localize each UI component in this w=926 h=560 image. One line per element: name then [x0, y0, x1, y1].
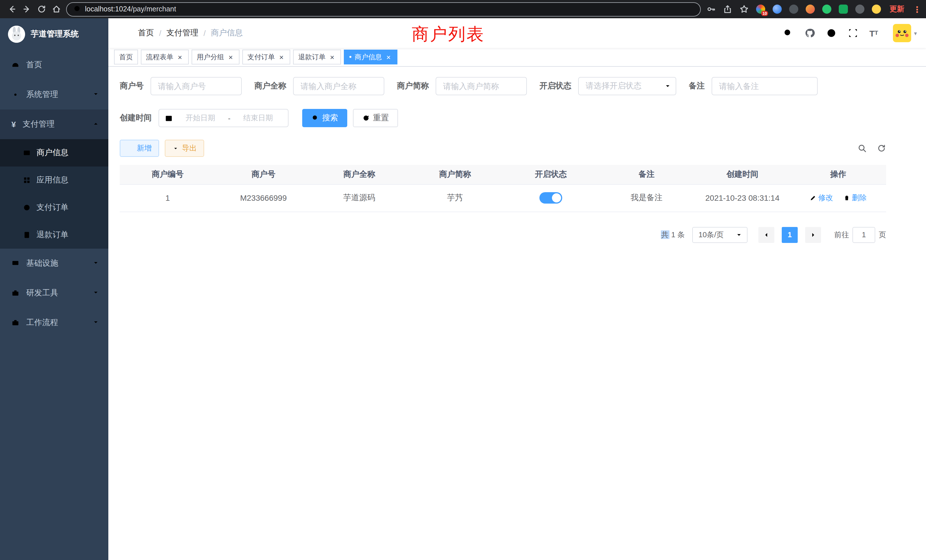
status-select[interactable]: 请选择开启状态 [578, 77, 676, 95]
tab-process-form[interactable]: 流程表单 × [141, 50, 189, 64]
date-end-placeholder: 结束日期 [234, 113, 282, 123]
remark-input[interactable] [712, 77, 818, 95]
next-page-button[interactable] [805, 227, 821, 243]
breadcrumb-home[interactable]: 首页 [138, 28, 154, 38]
sidebar-item-pay-orders[interactable]: 支付订单 [0, 194, 108, 221]
sidebar-item-system[interactable]: 系统管理 [0, 80, 108, 109]
chrome-update-button[interactable]: 更新 [890, 4, 904, 14]
reset-button[interactable]: 重置 [353, 109, 398, 127]
remark-label: 备注 [689, 81, 705, 91]
tab-refund-orders[interactable]: 退款订单 × [293, 50, 341, 64]
edit-link[interactable]: 修改 [809, 193, 833, 203]
breadcrumb: 首页 / 支付管理 / 商户信息 [138, 28, 243, 38]
full-name-input[interactable] [293, 77, 384, 95]
back-icon[interactable] [5, 2, 20, 17]
cell-create-time: 2021-10-23 08:31:14 [694, 184, 790, 212]
caret-down-icon: ▾ [914, 30, 917, 36]
extension-icon-blue[interactable] [773, 5, 782, 14]
merchant-no-input[interactable] [151, 77, 242, 95]
extension-icon-green-square[interactable] [839, 5, 848, 14]
close-icon[interactable]: × [227, 53, 235, 61]
home-icon[interactable] [49, 2, 64, 17]
export-button[interactable]: 导出 [165, 140, 204, 157]
bookmark-star-icon[interactable] [740, 5, 749, 14]
tab-home[interactable]: 首页 [114, 50, 138, 64]
goto-label: 前往 [834, 230, 849, 240]
help-icon[interactable] [826, 28, 836, 38]
short-name-input[interactable] [436, 77, 527, 95]
status-switch[interactable] [539, 192, 562, 204]
create-time-range-picker[interactable]: 开始日期 - 结束日期 [159, 109, 289, 127]
toggle-search-icon[interactable] [858, 144, 867, 153]
sidebar-item-payment[interactable]: ¥ 支付管理 [0, 109, 108, 139]
prev-page-button[interactable] [758, 227, 774, 243]
sidebar-item-workflow[interactable]: 工作流程 [0, 308, 108, 338]
search-icon[interactable] [782, 28, 793, 38]
page-unit-label: 页 [879, 230, 886, 240]
sidebar-item-merchant-info[interactable]: 商户信息 [0, 139, 108, 166]
calendar-icon [165, 114, 173, 122]
cell-short-name: 芋艿 [407, 184, 503, 212]
pagination: 共 1 条 10条/页 1 前 [120, 227, 886, 243]
dashboard-icon [11, 61, 20, 69]
app-logo[interactable]: 芋道管理系统 [0, 18, 108, 50]
extension-icon-green-circle[interactable] [822, 5, 831, 14]
close-icon[interactable]: × [176, 53, 184, 61]
extension-icon-gray[interactable] [855, 5, 864, 14]
hamburger-icon[interactable] [118, 28, 128, 38]
chevron-down-icon [92, 289, 99, 298]
sidebar-item-app-info[interactable]: 应用信息 [0, 166, 108, 194]
status-label: 开启状态 [539, 81, 571, 91]
cell-merchant-no: M233666999 [216, 184, 311, 212]
address-bar[interactable]: localhost:1024/pay/merchant [66, 2, 701, 16]
browser-toolbar: localhost:1024/pay/merchant 10 更新 [0, 0, 926, 18]
page-number-button[interactable]: 1 [782, 227, 798, 243]
refresh-icon[interactable] [877, 144, 886, 153]
share-icon[interactable] [723, 5, 732, 14]
close-icon[interactable]: × [278, 53, 285, 61]
cell-remark: 我是备注 [599, 184, 694, 212]
forward-icon[interactable] [20, 2, 34, 17]
table-header-row: 商户编号 商户号 商户全称 商户简称 开启状态 备注 创建时间 操作 [120, 165, 886, 184]
sidebar-item-infrastructure[interactable]: 基础设施 [0, 249, 108, 278]
chevron-down-icon [92, 318, 99, 327]
user-menu[interactable]: ▾ [893, 24, 917, 42]
extension-icon-colorful[interactable]: 10 [756, 5, 765, 14]
target-icon [23, 204, 31, 212]
password-key-icon[interactable] [707, 5, 716, 14]
site-info-icon[interactable] [74, 5, 80, 14]
tab-user-group[interactable]: 用户分组 × [192, 50, 239, 64]
page-size-select[interactable]: 10条/页 [692, 227, 747, 243]
close-icon[interactable]: × [328, 53, 336, 61]
card-icon [23, 149, 31, 157]
sidebar-item-refund-orders[interactable]: 退款订单 [0, 221, 108, 249]
extension-icon-emoji[interactable] [872, 5, 881, 14]
search-button[interactable]: 搜索 [302, 109, 347, 127]
extension-icon-dark[interactable] [789, 5, 798, 14]
chevron-down-icon [92, 90, 99, 99]
create-time-label: 创建时间 [120, 113, 152, 123]
reload-icon[interactable] [34, 2, 49, 17]
sidebar: 芋道管理系统 首页 系统管理 ¥ 支付管理 [0, 18, 108, 560]
toolbox-icon [11, 289, 20, 297]
sidebar-item-home[interactable]: 首页 [0, 50, 108, 80]
short-name-label: 商户简称 [397, 81, 429, 91]
delete-link[interactable]: 删除 [843, 193, 867, 203]
close-icon[interactable]: × [385, 53, 392, 61]
add-button[interactable]: 新增 [120, 140, 159, 157]
tab-merchant-info[interactable]: ● 商户信息 × [344, 50, 398, 64]
github-icon[interactable] [804, 28, 814, 38]
chevron-down-icon [92, 259, 99, 268]
goto-page-input[interactable] [852, 227, 875, 243]
sidebar-item-dev-tools[interactable]: 研发工具 [0, 278, 108, 308]
cell-id: 1 [120, 184, 216, 212]
url-host: localhost:1024 [85, 5, 131, 13]
extension-icon-avatar[interactable] [806, 5, 815, 14]
red-annotation: 商户列表 [412, 23, 485, 46]
browser-menu-icon[interactable]: ⋮ [913, 5, 921, 14]
breadcrumb-payment[interactable]: 支付管理 [166, 28, 198, 38]
font-size-icon[interactable]: TT [869, 29, 878, 37]
payment-submenu: 商户信息 应用信息 支付订单 [0, 139, 108, 249]
tab-pay-orders[interactable]: 支付订单 × [242, 50, 290, 64]
fullscreen-icon[interactable] [847, 28, 858, 38]
